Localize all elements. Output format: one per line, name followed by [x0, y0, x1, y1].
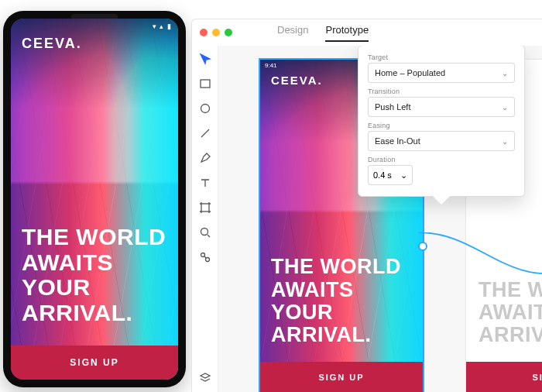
- duration-select[interactable]: 0.4 s ⌄: [368, 165, 413, 185]
- sign-up-button[interactable]: SIGN UP: [260, 362, 423, 392]
- window-controls[interactable]: [200, 29, 232, 36]
- artwork-bg: [11, 19, 178, 380]
- titlebar: Design Prototype: [192, 19, 542, 46]
- svg-rect-2: [201, 204, 209, 211]
- tool-strip: [192, 46, 218, 392]
- design-app-window: Design Prototype 9:41 CEEVA. THE WORLD: [191, 19, 542, 392]
- rectangle-tool-icon[interactable]: [198, 77, 212, 91]
- duration-label: Duration: [368, 156, 515, 163]
- svg-point-1: [201, 105, 209, 113]
- artboard-tool-icon[interactable]: [198, 201, 212, 215]
- text-tool-icon[interactable]: [198, 176, 212, 190]
- chevron-down-icon: ⌄: [502, 137, 508, 146]
- chevron-down-icon: ⌄: [502, 103, 508, 112]
- hero-headline: THE WOR AWAITS Y ARRIVAL.: [479, 279, 542, 346]
- pen-tool-icon[interactable]: [198, 151, 212, 165]
- duration-value: 0.4 s: [373, 170, 392, 180]
- canvas[interactable]: 9:41 CEEVA. THE WORLD AWAITS YOUR ARRIVA…: [218, 46, 542, 392]
- svg-point-4: [201, 253, 204, 257]
- select-tool-icon[interactable]: [198, 52, 212, 66]
- line-tool-icon[interactable]: [198, 126, 212, 140]
- prototype-connector-node[interactable]: [418, 242, 427, 251]
- transition-label: Transition: [368, 88, 515, 95]
- maximize-icon[interactable]: [225, 29, 232, 36]
- app-logo: CEEVA.: [271, 74, 323, 87]
- phone-screen: ▾ ▴ ▮ CEEVA. THE WORLD AWAITS YOUR ARRIV…: [11, 19, 178, 380]
- sign-up-button[interactable]: SIGN UP: [466, 362, 542, 392]
- hero-headline: THE WORLD AWAITS YOUR ARRIVAL.: [22, 225, 167, 325]
- prototype-inspector-popover: Target Home – Populated ⌄ Transition Pus…: [358, 46, 525, 197]
- svg-rect-0: [201, 80, 210, 88]
- tab-design[interactable]: Design: [277, 24, 308, 42]
- easing-value: Ease In-Out: [375, 136, 420, 146]
- chevron-down-icon: ⌄: [502, 69, 508, 77]
- chevron-down-icon: ⌄: [400, 170, 407, 181]
- link-tool-icon[interactable]: [198, 250, 212, 264]
- target-value: Home – Populated: [375, 68, 445, 77]
- close-icon[interactable]: [200, 29, 208, 36]
- minimize-icon[interactable]: [212, 29, 220, 36]
- transition-value: Push Left: [375, 102, 410, 112]
- mode-tabs: Design Prototype: [277, 24, 369, 42]
- svg-point-5: [205, 258, 209, 262]
- layers-icon[interactable]: [198, 370, 212, 384]
- svg-point-3: [201, 229, 208, 236]
- transition-select[interactable]: Push Left ⌄: [368, 97, 515, 117]
- sign-up-button[interactable]: SIGN UP: [11, 346, 178, 380]
- app-logo: CEEVA.: [22, 36, 82, 52]
- phone-mockup: ▾ ▴ ▮ CEEVA. THE WORLD AWAITS YOUR ARRIV…: [3, 11, 186, 387]
- tab-prototype[interactable]: Prototype: [325, 24, 369, 42]
- target-label: Target: [368, 53, 515, 61]
- zoom-tool-icon[interactable]: [198, 225, 212, 239]
- easing-label: Easing: [368, 122, 515, 129]
- target-select[interactable]: Home – Populated ⌄: [368, 63, 515, 83]
- status-time: 9:41: [265, 62, 277, 69]
- ellipse-tool-icon[interactable]: [198, 101, 212, 115]
- easing-select[interactable]: Ease In-Out ⌄: [368, 131, 515, 151]
- hero-headline: THE WORLD AWAITS YOUR ARRIVAL.: [271, 256, 412, 346]
- phone-status-icons: ▾ ▴ ▮: [153, 22, 172, 30]
